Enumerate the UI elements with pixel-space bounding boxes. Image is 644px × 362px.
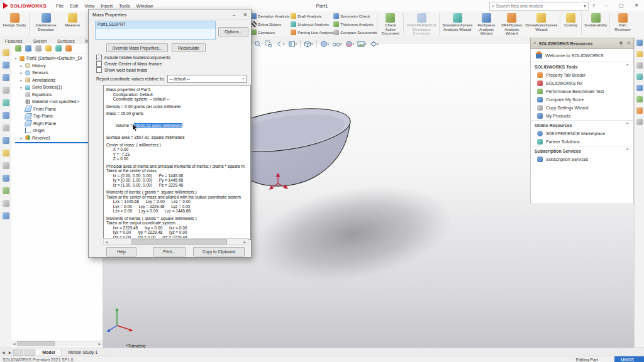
minimize-button[interactable]: – xyxy=(599,0,614,11)
expand-arrow-icon[interactable]: ▸ xyxy=(19,78,23,82)
search-dropdown-icon[interactable]: ▾ xyxy=(584,4,586,9)
dialog-title-bar[interactable]: Mass Properties – ✕ xyxy=(89,9,251,20)
curvature-button[interactable]: Curvature xyxy=(251,30,289,35)
sustainability-button[interactable]: Sustainability xyxy=(583,13,608,28)
dialog-minimize-icon[interactable]: – xyxy=(228,10,240,19)
left-toolbar-icon[interactable] xyxy=(3,87,9,94)
compare-my-score-link[interactable]: Compare My Score xyxy=(531,96,633,104)
search-input[interactable] xyxy=(494,3,584,9)
options-button[interactable]: Options... xyxy=(218,27,248,36)
menu-window[interactable]: Window xyxy=(133,3,157,9)
costing-button[interactable]: Costing xyxy=(562,13,580,28)
partner-solutions-link[interactable]: Partner Solutions xyxy=(531,138,633,146)
recalculate-button[interactable]: Recalculate xyxy=(172,43,206,52)
custom-properties-tab-icon[interactable] xyxy=(636,96,643,102)
scroll-right-icon[interactable]: ▶ xyxy=(97,342,103,346)
scroll-right-icon[interactable]: ▶ xyxy=(242,240,248,244)
left-toolbar-icon[interactable] xyxy=(3,99,9,106)
feature-panel-hscrollbar[interactable]: ◀ ▶ xyxy=(11,341,103,346)
help-button[interactable]: Help xyxy=(106,247,136,256)
simulationxpress-wizard-button[interactable]: SimulationXpress Analysis Wizard xyxy=(441,13,474,32)
left-toolbar-icon[interactable] xyxy=(3,175,9,182)
subscription-services-link[interactable]: Subscription Services xyxy=(531,155,633,163)
previous-view-button[interactable]: ▾ xyxy=(274,40,286,48)
design-study-button[interactable]: Design Study xyxy=(1,13,28,28)
view-palette-tab-icon[interactable] xyxy=(636,74,643,80)
my-products-link[interactable]: My Products xyxy=(531,112,633,120)
left-toolbar-icon[interactable] xyxy=(3,124,9,131)
expand-arrow-icon[interactable]: ▸ xyxy=(19,85,23,89)
floxpress-wizard-button[interactable]: FloXpress Analysis Wizard xyxy=(474,13,499,36)
tab-scroll-left-icon[interactable]: ◀ xyxy=(0,350,7,354)
motion-study-tab[interactable]: Motion Study 1 xyxy=(62,349,104,355)
dimxpert-manager-tab-icon[interactable] xyxy=(45,45,52,52)
section-view-button[interactable]: ▾ xyxy=(287,40,299,48)
scrollbar-thumb[interactable] xyxy=(17,341,55,346)
document-list-item[interactable]: Part1.SLDPRT xyxy=(96,21,215,29)
model-tab[interactable]: Model xyxy=(36,349,62,355)
appearances-tab-icon[interactable] xyxy=(636,85,643,91)
left-toolbar-icon[interactable] xyxy=(3,162,9,169)
expand-arrow-icon[interactable]: ▸ xyxy=(19,63,23,68)
include-hidden-bodies-checkbox[interactable]: ✓ Include hidden bodies/components xyxy=(96,55,170,60)
left-toolbar-icon[interactable] xyxy=(3,49,9,56)
dfmxpress-wizard-button[interactable]: DFMXpress Analysis Wizard xyxy=(499,13,525,36)
copy-to-clipboard-button[interactable]: Copy to Clipboard xyxy=(193,247,245,256)
left-toolbar-icon[interactable] xyxy=(3,150,9,156)
compare-documents-button[interactable]: Compare Documents xyxy=(333,30,375,35)
scrollbar-thumb[interactable] xyxy=(131,239,227,244)
search-box[interactable]: ⌕ ▾ xyxy=(489,2,589,11)
results-hscrollbar[interactable]: ◀ ▶ xyxy=(103,238,248,245)
expand-arrow-icon[interactable]: ▸ xyxy=(19,136,23,140)
left-toolbar-icon[interactable] xyxy=(3,137,9,144)
copy-settings-wizard-link[interactable]: Copy Settings Wizard xyxy=(531,104,633,112)
configuration-manager-tab-icon[interactable] xyxy=(35,45,42,52)
coordinate-system-dropdown[interactable]: -- default -- ▾ xyxy=(167,75,247,83)
menu-tools[interactable]: Tools xyxy=(116,3,133,9)
checkbox-icon[interactable] xyxy=(96,67,102,73)
unit-system-selector[interactable]: MMGS xyxy=(614,356,644,362)
solidworks-rx-link[interactable]: SOLIDWORKS Rx xyxy=(531,79,633,87)
3dexperience-marketplace-link[interactable]: 3DEXPERIENCE Marketplace xyxy=(531,129,633,138)
create-center-of-mass-checkbox[interactable]: Create Center of Mass feature xyxy=(96,61,162,67)
thickness-analysis-button[interactable]: Thickness Analysis xyxy=(333,21,375,27)
performance-benchmark-link[interactable]: Performance Benchmark Test xyxy=(531,87,633,96)
property-manager-tab-icon[interactable] xyxy=(25,45,31,52)
check-active-document-button[interactable]: Check Active Document ▾ xyxy=(379,13,402,37)
expand-arrow-icon[interactable]: ▸ xyxy=(19,70,23,75)
forum-tab-icon[interactable] xyxy=(636,107,643,114)
view-orientation-button[interactable]: ▾ xyxy=(303,40,314,48)
collapse-chevrons-icon[interactable]: « xyxy=(533,41,536,46)
zebra-stripes-button[interactable]: Zebra Stripes xyxy=(251,21,289,27)
left-toolbar-icon[interactable] xyxy=(3,212,9,219)
resources-tab-icon[interactable] xyxy=(636,40,643,46)
checkbox-checked-icon[interactable]: ✓ xyxy=(96,55,102,60)
section-solidworks-tools[interactable]: SOLIDWORKS Tools ⌃ xyxy=(531,62,633,71)
menu-view[interactable]: View xyxy=(81,3,97,9)
interference-detection-button[interactable]: Interference Detection xyxy=(31,13,61,32)
left-toolbar-icon[interactable] xyxy=(3,200,9,207)
rollback-bar[interactable] xyxy=(15,142,97,143)
tab-surfaces[interactable]: Surfaces xyxy=(52,38,80,44)
display-manager-tab-icon[interactable] xyxy=(55,45,62,52)
draft-analysis-button[interactable]: Draft Analysis xyxy=(291,13,332,19)
mass-properties-results[interactable]: Mass properties of Part1 Configuration: … xyxy=(103,85,251,240)
messages-tab-icon[interactable] xyxy=(636,119,643,125)
display-style-button[interactable]: ▾ xyxy=(319,40,331,48)
close-button[interactable]: ✕ xyxy=(629,0,644,11)
maximize-button[interactable]: ▢ xyxy=(614,0,629,11)
edit-appearance-button[interactable]: ▾ xyxy=(344,40,356,48)
section-online-resources[interactable]: Online Resources ⌃ xyxy=(531,120,633,129)
tab-splitter[interactable] xyxy=(25,349,35,356)
menu-edit[interactable]: Edit xyxy=(67,3,81,9)
override-mass-properties-button[interactable]: Override Mass Properties... xyxy=(106,43,168,52)
scroll-left-icon[interactable]: ◀ xyxy=(11,342,17,346)
tab-scroll-right-icon[interactable]: ▶ xyxy=(7,350,14,354)
tab-sketch[interactable]: Sketch xyxy=(28,38,52,44)
tab-splitter[interactable] xyxy=(13,349,23,356)
menu-file[interactable]: File xyxy=(53,3,67,9)
section-subscription-services[interactable]: Subscription Services ⌃ xyxy=(531,146,633,155)
property-tab-builder-link[interactable]: Property Tab Builder xyxy=(531,71,633,79)
hide-show-items-button[interactable]: ▾ xyxy=(331,40,343,48)
left-toolbar-icon[interactable] xyxy=(3,187,9,194)
